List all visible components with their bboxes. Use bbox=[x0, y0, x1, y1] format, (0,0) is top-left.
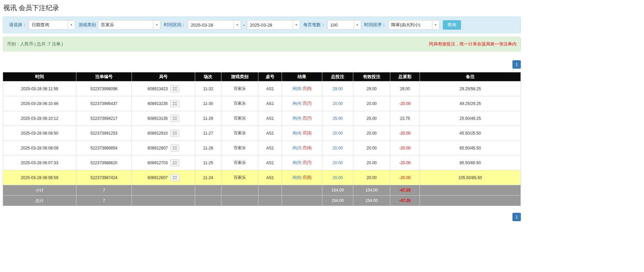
table-row: 2025-03-28 06:08:09 522373989854 6089128… bbox=[3, 141, 521, 156]
total-bet-link[interactable]: 20.00 bbox=[332, 101, 343, 106]
summary-payout: -47.25 bbox=[390, 185, 420, 196]
cell-round-id: 608912807 bbox=[132, 141, 195, 156]
cell-remark: 49.25/29.25 bbox=[420, 96, 521, 111]
page-button[interactable]: 1 bbox=[512, 213, 521, 221]
query-type-select[interactable]: 日期查询 ▼ bbox=[29, 20, 75, 30]
total-bet-link[interactable]: 20.00 bbox=[332, 175, 343, 180]
page-button[interactable]: 1 bbox=[512, 60, 521, 69]
cell-game-type: 百家乐 bbox=[221, 126, 258, 141]
game-result-icon[interactable] bbox=[170, 159, 179, 166]
date-from-select[interactable]: 2025-03-28 ▼ bbox=[188, 20, 241, 30]
column-header: 总投注 bbox=[322, 72, 353, 81]
column-header: 局号 bbox=[132, 72, 195, 81]
game-result-icon[interactable] bbox=[170, 100, 179, 107]
cell-valid-bet: 20.00 bbox=[353, 156, 390, 170]
cell-payout: -20.00 bbox=[390, 156, 420, 170]
cell-round-id: 608913235 bbox=[132, 96, 195, 111]
page-title: 视讯 会员下注纪录 bbox=[3, 3, 521, 16]
cell-round-id: 608912607 bbox=[132, 170, 195, 185]
cell-round-id: 608912910 bbox=[132, 126, 195, 141]
chevron-down-icon[interactable]: ▼ bbox=[234, 21, 241, 29]
cell-round-id: 608913135 bbox=[132, 111, 195, 126]
page-size-select[interactable]: 100 ▼ bbox=[327, 20, 361, 30]
sort-value: 降幂(由大到小) bbox=[389, 21, 432, 29]
cell-session: 11-32 bbox=[195, 81, 221, 96]
game-result-icon[interactable] bbox=[170, 144, 179, 151]
search-button[interactable]: 查询 bbox=[443, 20, 461, 30]
cell-game-type: 百家乐 bbox=[221, 141, 258, 156]
cell-time: 2025-03-28 06:08:50 bbox=[3, 126, 76, 141]
cell-payout: -20.00 bbox=[390, 141, 420, 156]
cell-result: 闲(8) 庄(0) bbox=[282, 81, 322, 96]
date-to-select[interactable]: 2025-03-28 ▼ bbox=[247, 20, 300, 30]
table-header-row: 时间注单编号局号场次游戏类别桌号结果总投注有效投注总派彩备注 bbox=[3, 72, 521, 81]
result-player: 闲(9) bbox=[292, 160, 301, 165]
result-player: 闲(8) bbox=[292, 86, 301, 91]
cell-table-no: AS1 bbox=[258, 126, 282, 141]
game-type-select[interactable]: 百家乐 ▼ bbox=[98, 20, 160, 30]
chevron-down-icon[interactable]: ▼ bbox=[354, 21, 361, 29]
summary-bar: 币别：人民币 | 总共 :7 注单 | 同局有效投注，统一计算在该局第一张注单内 bbox=[3, 37, 521, 52]
column-header: 有效投注 bbox=[353, 72, 390, 81]
total-bet-link[interactable]: 25.00 bbox=[332, 116, 343, 121]
cell-game-type: 百家乐 bbox=[221, 156, 258, 170]
result-player: 闲(6) bbox=[292, 175, 301, 180]
round-id-value: 608912607 bbox=[147, 175, 168, 180]
filter-bar: 请选择： 日期查询 ▼ 游戏类别 百家乐 ▼ 时间区间： 2025-03-28 … bbox=[3, 16, 521, 33]
summary-text: 币别：人民币 | 总共 :7 注单 | bbox=[7, 41, 63, 47]
total-bet-link[interactable]: 20.00 bbox=[332, 146, 343, 150]
round-id-value: 608912910 bbox=[147, 131, 168, 136]
total-bet-link[interactable]: 20.00 bbox=[332, 131, 343, 136]
game-result-icon[interactable] bbox=[170, 115, 179, 122]
table-row: 2025-03-28 06:10:46 522373995437 6089132… bbox=[3, 96, 521, 111]
table-row: 2025-03-28 06:07:33 522373988620 6089127… bbox=[3, 156, 521, 170]
cell-total-bet: 29.00 bbox=[322, 81, 353, 96]
column-header: 游戏类别 bbox=[221, 72, 258, 81]
result-banker: 庄(5) bbox=[302, 175, 312, 180]
result-banker: 庄(7) bbox=[302, 101, 312, 106]
result-banker: 庄(7) bbox=[302, 160, 312, 165]
game-result-icon[interactable] bbox=[170, 130, 179, 137]
cell-time: 2025-03-28 06:11:59 bbox=[3, 81, 76, 96]
game-result-icon[interactable] bbox=[170, 174, 179, 181]
result-player: 闲(4) bbox=[292, 131, 301, 135]
cell-time: 2025-03-28 06:06:59 bbox=[3, 170, 76, 185]
cell-session: 11-27 bbox=[195, 126, 221, 141]
column-header: 结果 bbox=[282, 72, 322, 81]
total-bet-link[interactable]: 20.00 bbox=[332, 161, 343, 165]
chevron-down-icon[interactable]: ▼ bbox=[432, 21, 439, 29]
cell-round-id: 608912703 bbox=[132, 156, 195, 170]
result-banker: 庄(0) bbox=[302, 86, 312, 91]
cell-total-bet: 25.00 bbox=[322, 111, 353, 126]
cell-session: 11-26 bbox=[195, 141, 221, 156]
cell-result: 闲(4) 庄(3) bbox=[282, 126, 322, 141]
summary-total-bet: 154.00 bbox=[322, 196, 353, 206]
chevron-down-icon[interactable]: ▼ bbox=[68, 21, 75, 29]
cell-payout: -20.00 bbox=[390, 170, 420, 185]
summary-label: 总计 bbox=[3, 196, 76, 206]
cell-round-id: 608913423 bbox=[132, 81, 195, 96]
cell-result: 闲(4) 庄(7) bbox=[282, 96, 322, 111]
round-id-value: 608913235 bbox=[147, 101, 168, 106]
chevron-down-icon[interactable]: ▼ bbox=[153, 21, 160, 29]
cell-payout: 29.00 bbox=[390, 81, 420, 96]
game-type-value: 百家乐 bbox=[98, 21, 153, 29]
total-bet-link[interactable]: 29.00 bbox=[332, 87, 343, 91]
round-id-value: 608913423 bbox=[147, 87, 168, 91]
cell-valid-bet: 20.00 bbox=[353, 96, 390, 111]
result-banker: 庄(4) bbox=[302, 145, 312, 150]
chevron-down-icon[interactable]: ▼ bbox=[293, 21, 300, 29]
cell-table-no: AS1 bbox=[258, 141, 282, 156]
cell-payout: -20.00 bbox=[390, 96, 420, 111]
cell-bet-id: 522373987424 bbox=[76, 170, 132, 185]
cell-table-no: AS1 bbox=[258, 96, 282, 111]
column-header: 时间 bbox=[3, 72, 76, 81]
cell-total-bet: 20.00 bbox=[322, 170, 353, 185]
game-result-icon[interactable] bbox=[170, 85, 179, 92]
sort-select[interactable]: 降幂(由大到小) ▼ bbox=[388, 20, 439, 30]
summary-total-bet: 154.00 bbox=[322, 185, 353, 196]
round-id-value: 608913135 bbox=[147, 116, 168, 121]
date-to-value: 2025-03-28 bbox=[247, 21, 293, 29]
cell-payout: -20.00 bbox=[390, 126, 420, 141]
table-row: 2025-03-28 06:11:59 522373998096 6089134… bbox=[3, 81, 521, 96]
